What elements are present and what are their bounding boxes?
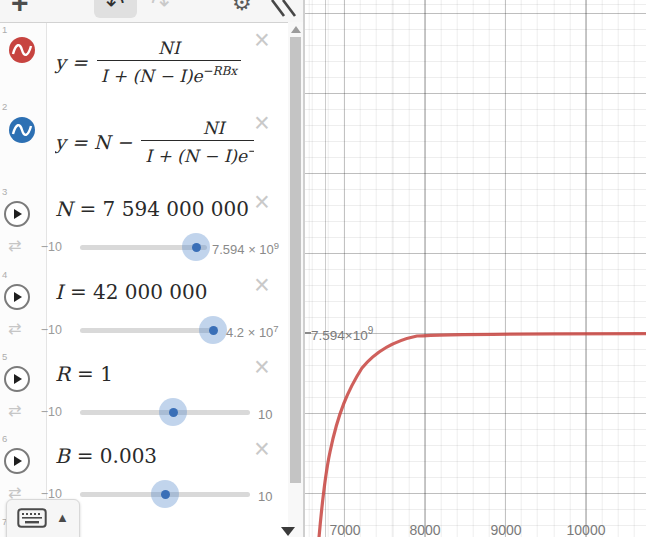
desmos-app: + ↶ ↷ ⚙ 1 y = NI I +	[0, 0, 646, 537]
equation-2[interactable]: y = N − NI I + (N − I)e−RBx	[55, 112, 254, 172]
variable-definition[interactable]: B= 0.003	[55, 444, 157, 468]
loop-icon[interactable]: ⇄	[8, 238, 21, 254]
slider-track[interactable]	[80, 328, 217, 333]
expand-keyboard-icon[interactable]: ▲	[56, 508, 69, 528]
row-number: 6	[2, 433, 7, 444]
slider-handle[interactable]	[192, 243, 201, 252]
play-slider-button[interactable]	[4, 448, 30, 474]
scrollbar-thumb[interactable]	[290, 37, 301, 483]
keyboard-toggle-button[interactable]: ▲	[6, 499, 80, 537]
close-icon[interactable]: ×	[254, 272, 270, 299]
x-tick-label-8000: 8000	[409, 522, 440, 537]
slider-min-label[interactable]: −10	[34, 405, 62, 419]
variable-definition[interactable]: R= 1	[55, 362, 113, 386]
close-icon[interactable]: ×	[254, 436, 270, 463]
expression-row-4[interactable]: 4 ⇄ I= 42 000 000 −10 4.2 × 107 ×	[0, 268, 288, 351]
expression-row-2[interactable]: 2 y = N − NI I + (N − I)e−RBx ×	[0, 100, 288, 186]
undo-icon[interactable]: ↶	[106, 0, 124, 15]
slider-min-label[interactable]: −10	[34, 240, 62, 254]
row-number: 3	[2, 186, 7, 197]
play-icon	[14, 292, 22, 302]
loop-icon[interactable]: ⇄	[8, 321, 21, 337]
graph-paper[interactable]: 7.594×109 7000 8000 9000 10000	[305, 0, 646, 537]
logistic-curve	[305, 0, 646, 537]
row-gutter[interactable]: 2	[0, 100, 47, 185]
collapse-panel-icon[interactable]	[269, 0, 299, 18]
play-icon	[14, 456, 22, 466]
slider-min-label[interactable]: −10	[34, 323, 62, 337]
curve-style-icon-red[interactable]	[8, 36, 36, 64]
expression-panel: + ↶ ↷ ⚙ 1 y = NI I +	[0, 0, 303, 537]
equation-1[interactable]: y = NI I + (N − I)e−RBx	[55, 31, 241, 93]
close-icon[interactable]: ×	[254, 27, 270, 54]
scroll-up-icon[interactable]	[291, 26, 301, 33]
row-gutter: 3 ⇄	[0, 185, 47, 268]
row-gutter[interactable]: 1	[0, 23, 47, 100]
scroll-down-icon[interactable]	[281, 527, 295, 536]
x-tick-label-10000: 10000	[567, 522, 606, 537]
slider-max-label[interactable]: 7.594 × 109	[212, 240, 279, 257]
expression-row-1[interactable]: 1 y = NI I + (N − I)e−RBx ×	[0, 23, 288, 101]
fraction-numerator: NI	[141, 118, 254, 141]
slider-handle[interactable]	[209, 326, 218, 335]
slider-handle[interactable]	[161, 490, 170, 499]
expressions-toolbar: + ↶ ↷ ⚙	[0, 0, 303, 23]
row-gutter: 4 ⇄	[0, 268, 47, 350]
row-number: 4	[2, 269, 7, 280]
row-gutter: 5 ⇄	[0, 350, 47, 432]
play-icon	[14, 209, 22, 219]
close-icon[interactable]: ×	[254, 110, 270, 137]
close-icon[interactable]: ×	[254, 189, 270, 216]
slider-handle[interactable]	[169, 408, 178, 417]
play-icon	[14, 374, 22, 384]
row-number: 1	[2, 24, 7, 35]
variable-definition[interactable]: I= 42 000 000	[55, 280, 208, 304]
slider-max-label[interactable]: 4.2 × 107	[226, 323, 279, 340]
equation-lhs: y = N −	[55, 131, 132, 153]
variable-definition[interactable]: N= 7 594 000 000	[55, 197, 249, 221]
slider-max-label[interactable]: 10	[258, 487, 272, 504]
slider-max-label[interactable]: 10	[258, 405, 272, 422]
fraction: NI I + (N − I)e−RBx	[97, 38, 241, 86]
loop-icon[interactable]: ⇄	[8, 403, 21, 419]
expression-row-3[interactable]: 3 ⇄ N= 7 594 000 000 −10 7.594 × 109 ×	[0, 185, 288, 269]
x-tick-label-7000: 7000	[329, 522, 360, 537]
fraction-numerator: NI	[97, 38, 241, 61]
redo-icon[interactable]: ↷	[151, 0, 169, 15]
row-number: 2	[2, 101, 7, 112]
play-slider-button[interactable]	[4, 201, 30, 227]
gear-icon[interactable]: ⚙	[232, 0, 252, 14]
keyboard-icon	[17, 508, 47, 528]
row-number: 5	[2, 351, 7, 362]
fraction: NI I + (N − I)e−RBx	[141, 118, 254, 166]
x-tick-label-9000: 9000	[490, 522, 521, 537]
fraction-denominator: I + (N − I)e−RBx	[97, 61, 241, 86]
play-slider-button[interactable]	[4, 284, 30, 310]
equation-lhs: y =	[55, 51, 88, 73]
fraction-denominator: I + (N − I)e−RBx	[141, 141, 254, 166]
y-axis-edge-label: 7.594×109	[311, 325, 373, 343]
close-icon[interactable]: ×	[254, 354, 270, 381]
curve-style-icon-blue[interactable]	[8, 116, 36, 144]
add-expression-icon[interactable]: +	[11, 0, 29, 18]
play-slider-button[interactable]	[4, 366, 30, 392]
expression-row-5[interactable]: 5 ⇄ R= 1 −10 10 ×	[0, 350, 288, 433]
panel-scrollbar[interactable]	[288, 22, 303, 537]
